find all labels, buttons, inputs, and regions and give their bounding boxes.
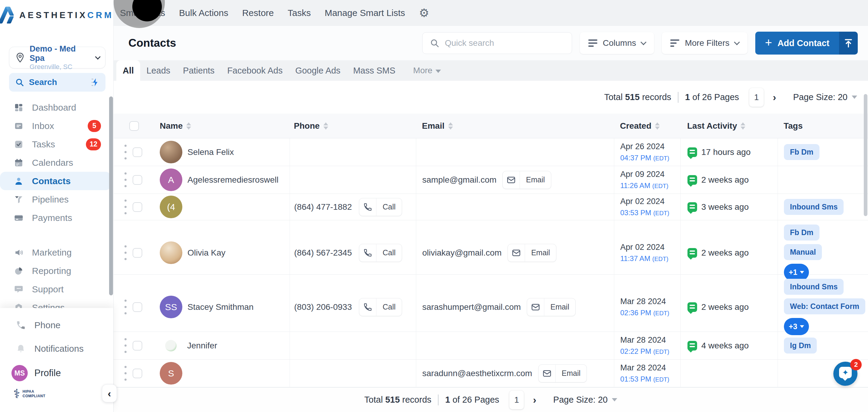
sidebar-item-reporting[interactable]: Reporting: [0, 262, 114, 280]
tabs-more-dropdown[interactable]: More: [408, 60, 446, 81]
sort-icon[interactable]: [741, 122, 745, 130]
email-button[interactable]: Email: [507, 244, 556, 262]
current-page-box[interactable]: 1: [509, 390, 524, 409]
row-checkbox[interactable]: [133, 341, 142, 350]
add-contact-button[interactable]: + Add Contact: [755, 32, 839, 55]
tab-google-ads[interactable]: Google Ads: [289, 60, 347, 81]
row-checkbox[interactable]: [133, 202, 142, 212]
header-last-activity[interactable]: Last Activity: [680, 114, 778, 138]
toolbar-item-manage-smart-lists[interactable]: Manage Smart Lists: [324, 8, 405, 18]
header-phone[interactable]: Phone: [290, 114, 416, 138]
sort-icon[interactable]: [655, 122, 660, 130]
contacts-toolbar: Smart Lists Bulk Actions Restore Tasks M…: [114, 0, 868, 26]
calendar-icon: [14, 158, 24, 167]
row-menu-icon[interactable]: [124, 336, 127, 355]
call-button[interactable]: Call: [359, 244, 402, 262]
row-menu-icon[interactable]: [124, 170, 127, 189]
sidebar-item-calendars[interactable]: Calendars: [0, 153, 114, 172]
email-button[interactable]: Email: [538, 365, 587, 382]
last-activity-cell: 2 weeks ago: [680, 275, 778, 339]
sidebar-item-dashboard[interactable]: Dashboard: [0, 98, 114, 117]
location-switcher[interactable]: Demo - Med Spa Greenville, SC: [9, 47, 105, 68]
row-checkbox[interactable]: [133, 302, 142, 312]
toolbar-item-tasks[interactable]: Tasks: [288, 8, 311, 18]
header-name[interactable]: Name: [156, 114, 290, 138]
tab-mass-sms[interactable]: Mass SMS: [347, 60, 402, 81]
row-checkbox[interactable]: [133, 369, 142, 378]
row-menu-icon[interactable]: [124, 244, 127, 262]
tag-pill[interactable]: Inbound Sms: [784, 199, 844, 215]
sidebar-item-marketing[interactable]: Marketing: [0, 243, 114, 262]
next-page-button[interactable]: ›: [773, 91, 776, 103]
contact-name-cell[interactable]: Jennifer: [156, 332, 290, 359]
call-button[interactable]: Call: [359, 198, 402, 216]
call-button[interactable]: Call: [359, 298, 402, 316]
row-checkbox[interactable]: [133, 147, 142, 157]
sort-icon[interactable]: [323, 122, 328, 130]
settings-gear-icon[interactable]: ⚙: [419, 7, 429, 19]
header-created[interactable]: Created: [614, 114, 680, 138]
tab-patients[interactable]: Patients: [177, 60, 221, 81]
contact-name-cell[interactable]: S: [156, 359, 290, 387]
tag-pill[interactable]: Fb Dm: [784, 144, 819, 160]
row-checkbox[interactable]: [133, 248, 142, 258]
page-size-label[interactable]: Page Size: 20: [793, 92, 847, 102]
sidebar-item-pipelines[interactable]: Pipelines: [0, 190, 114, 209]
sidebar-collapse-button[interactable]: ‹: [102, 384, 117, 402]
envelope-icon: [531, 303, 540, 312]
contact-name-cell[interactable]: AAgelessremediesroswell: [156, 166, 290, 193]
page-size-caret-icon[interactable]: [612, 398, 617, 402]
avatar: A: [160, 168, 182, 191]
message-icon: [687, 341, 697, 350]
account-location: Greenville, SC: [30, 63, 72, 70]
row-menu-icon[interactable]: [124, 143, 127, 161]
table-row: SSStacey Smithman (803) 206-0933 Call sa…: [114, 275, 868, 332]
sidebar-item-inbox[interactable]: Inbox 5: [0, 117, 114, 135]
contact-name-cell[interactable]: SSStacey Smithman: [156, 275, 290, 339]
columns-button[interactable]: Columns: [580, 32, 654, 54]
contact-name-cell[interactable]: (4: [156, 194, 290, 220]
more-filters-button[interactable]: More Filters: [662, 32, 747, 54]
next-page-button[interactable]: ›: [533, 394, 536, 406]
page-scrollbar[interactable]: [864, 94, 867, 216]
tag-pill[interactable]: Ig Dm: [784, 338, 817, 353]
sort-icon[interactable]: [186, 122, 191, 130]
row-menu-icon[interactable]: [124, 364, 127, 382]
select-all-checkbox[interactable]: [129, 121, 139, 131]
sidebar-item-notifications[interactable]: Notifications: [0, 337, 113, 360]
avatar: (4: [160, 196, 182, 218]
sidebar-item-contacts[interactable]: Contacts: [0, 172, 111, 190]
help-chat-widget[interactable]: ✦ 2: [833, 362, 858, 386]
sidebar-item-phone[interactable]: Phone: [0, 313, 113, 337]
email-button[interactable]: Email: [502, 171, 551, 189]
sidebar-item-payments[interactable]: Payments: [0, 209, 114, 227]
sidebar-item-tasks[interactable]: Tasks 12: [0, 135, 114, 153]
import-contacts-button[interactable]: [839, 32, 858, 55]
sidebar-search[interactable]: Search: [9, 73, 105, 92]
sidebar-scrollbar[interactable]: [109, 96, 113, 295]
current-page-box[interactable]: 1: [749, 88, 764, 107]
page-size-caret-icon[interactable]: [852, 96, 857, 99]
tab-leads[interactable]: Leads: [140, 60, 177, 81]
tag-pill[interactable]: Manual: [784, 244, 822, 260]
tag-pill[interactable]: Inbound Sms: [784, 279, 844, 295]
sidebar-profile[interactable]: MS Profile: [0, 360, 113, 386]
toolbar-item-bulk-actions[interactable]: Bulk Actions: [179, 8, 228, 18]
page-size-label[interactable]: Page Size: 20: [553, 395, 608, 405]
email-button[interactable]: Email: [527, 298, 576, 316]
row-menu-icon[interactable]: [124, 198, 127, 216]
sort-icon[interactable]: [448, 122, 453, 130]
phone-icon: [363, 248, 372, 257]
row-menu-icon[interactable]: [124, 298, 127, 316]
header-email[interactable]: Email: [416, 114, 614, 138]
tab-all[interactable]: All: [116, 60, 140, 81]
sidebar-item-support[interactable]: Support: [0, 280, 114, 298]
row-checkbox[interactable]: [133, 175, 142, 185]
quick-search-input[interactable]: Quick search: [422, 32, 572, 54]
contact-name-cell[interactable]: Selena Felix: [156, 138, 290, 166]
contacts-content: Total 515 records 1 of 26 Pages 1 › Page…: [114, 81, 868, 412]
toolbar-item-restore[interactable]: Restore: [242, 8, 274, 18]
tag-pill[interactable]: Fb Dm: [784, 225, 819, 241]
tag-pill[interactable]: Web: Contact Form: [784, 298, 865, 314]
tab-facebook-ads[interactable]: Facebook Ads: [221, 60, 289, 81]
